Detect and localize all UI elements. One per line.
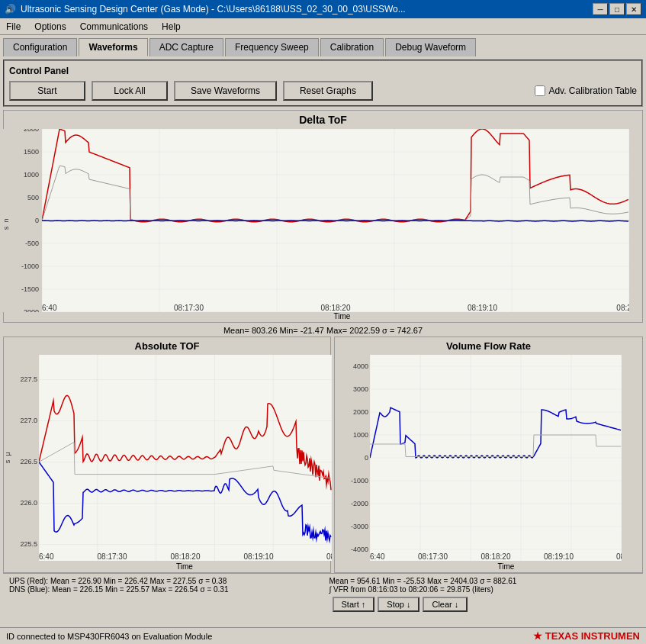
delta-tof-container: Delta ToF Time xyxy=(3,110,643,323)
ti-logo: ★ TEXAS INSTRUMEN xyxy=(533,630,640,642)
title-bar: 🔊 Ultrasonic Sensing Design Center (Gas … xyxy=(0,0,646,18)
bottom-left-stats: UPS (Red): Mean = 226.90 Min = 226.42 Ma… xyxy=(3,574,323,618)
status-bar: ID connected to MSP430FR6043 on Evaluati… xyxy=(0,627,646,644)
vfr-x-label: Time xyxy=(335,561,642,572)
bottom-right-stats: Mean = 954.61 Min = -25.53 Max = 2404.03… xyxy=(323,574,644,618)
title-bar-title: Ultrasonic Sensing Design Center (Gas Mo… xyxy=(21,4,406,14)
start-button[interactable]: Start xyxy=(9,81,85,101)
tab-adc-capture[interactable]: ADC Capture xyxy=(149,38,223,56)
bottom-stop-button[interactable]: Stop ↓ xyxy=(378,597,419,612)
lock-all-button[interactable]: Lock All xyxy=(92,81,168,101)
vfr-integral: ∫ VFR from 08:16:03 to 08:20:06 = 29.875… xyxy=(329,585,638,594)
menu-file[interactable]: File xyxy=(3,21,24,33)
ups-stats: UPS (Red): Mean = 226.90 Min = 226.42 Ma… xyxy=(9,577,317,585)
vfr-mean-stats: Mean = 954.61 Min = -25.53 Max = 2404.03… xyxy=(329,577,638,585)
dns-stats: DNS (Blue): Mean = 226.15 Min = 225.57 M… xyxy=(9,585,317,594)
absolute-tof-title: Absolute TOF xyxy=(4,337,330,355)
bottom-panel: UPS (Red): Mean = 226.90 Min = 226.42 Ma… xyxy=(3,573,643,618)
menu-help[interactable]: Help xyxy=(159,21,184,33)
delta-tof-title: Delta ToF xyxy=(4,111,642,129)
tab-bar: Configuration Waveforms ADC Capture Freq… xyxy=(3,38,643,56)
volume-flow-rate-container: Volume Flow Rate Time xyxy=(334,336,643,573)
reset-graphs-button[interactable]: Reset Graphs xyxy=(283,81,373,101)
title-bar-icon: 🔊 xyxy=(5,4,16,14)
menu-options[interactable]: Options xyxy=(31,21,69,33)
tab-waveforms[interactable]: Waveforms xyxy=(79,38,147,56)
control-panel-title: Control Panel xyxy=(9,66,637,76)
main-content: Configuration Waveforms ADC Capture Freq… xyxy=(0,35,646,621)
volume-flow-rate-title: Volume Flow Rate xyxy=(335,337,642,355)
save-waveforms-button[interactable]: Save Waveforms xyxy=(174,81,277,101)
adv-cal-label: Adv. Calibration Table xyxy=(548,85,637,96)
status-text: ID connected to MSP430FR6043 on Evaluati… xyxy=(6,632,212,641)
minimize-button[interactable]: ─ xyxy=(593,3,608,15)
bottom-charts: Absolute TOF Time Volume Flow Rate xyxy=(3,336,643,573)
maximize-button[interactable]: □ xyxy=(609,3,625,15)
menu-bar: File Options Communications Help xyxy=(0,18,646,35)
bottom-clear-button[interactable]: Clear ↓ xyxy=(423,597,468,612)
delta-tof-stats: Mean= 803.26 Min= -21.47 Max= 2022.59 σ … xyxy=(3,324,643,336)
bottom-start-button[interactable]: Start ↑ xyxy=(333,597,375,612)
tab-debug-waveform[interactable]: Debug Waveform xyxy=(385,38,476,56)
adv-cal-checkbox[interactable] xyxy=(535,85,545,96)
abs-tof-x-label: Time xyxy=(4,561,330,572)
tab-calibration[interactable]: Calibration xyxy=(320,38,384,56)
control-panel: Control Panel Start Lock All Save Wavefo… xyxy=(3,60,643,107)
menu-communications[interactable]: Communications xyxy=(77,21,151,33)
tab-frequency-sweep[interactable]: Frequency Sweep xyxy=(225,38,319,56)
absolute-tof-container: Absolute TOF Time xyxy=(3,336,331,573)
tab-configuration[interactable]: Configuration xyxy=(3,38,77,56)
delta-tof-x-label: Time xyxy=(42,312,642,322)
close-button[interactable]: ✕ xyxy=(626,3,641,15)
